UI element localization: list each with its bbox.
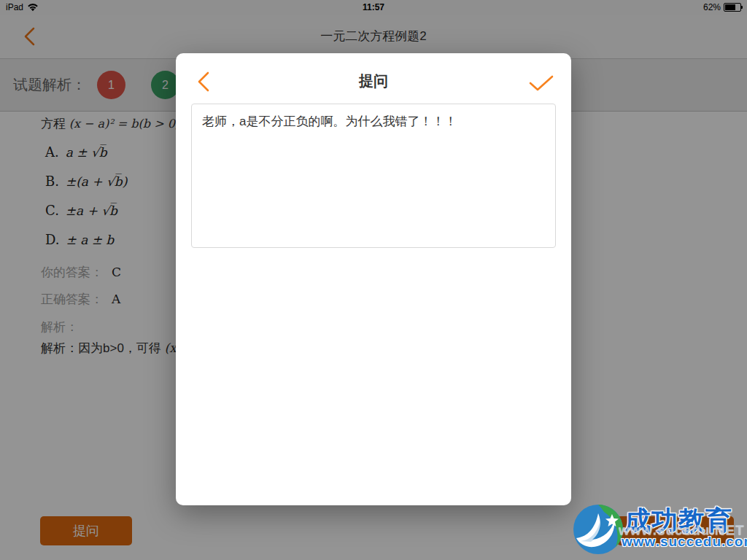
dialog-title: 提问 [176, 53, 571, 109]
ask-question-dialog: 提问 老师，a是不分正负的啊。为什么我错了！！！ [176, 53, 571, 505]
question-input[interactable]: 老师，a是不分正负的啊。为什么我错了！！！ [191, 104, 556, 248]
dialog-confirm-check-icon[interactable] [529, 75, 554, 91]
screen: iPad 11:57 62% 一元二次方程例题2 试题解析： 1 2 [0, 0, 747, 560]
